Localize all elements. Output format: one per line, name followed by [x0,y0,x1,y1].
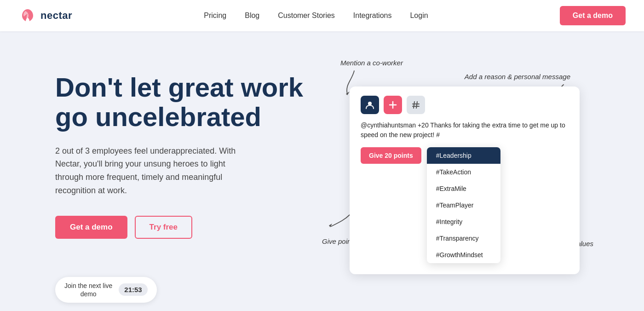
nav-link-customer-stories[interactable]: Customer Stories [278,12,335,19]
card-message: @cynthiahuntsman +20 Thanks for taking t… [361,121,569,140]
navbar: nectar Pricing Blog Customer Stories Int… [0,0,644,31]
nav-link-pricing[interactable]: Pricing [204,12,226,19]
svg-marker-0 [346,92,350,95]
nav-link-integrations[interactable]: Integrations [353,12,392,19]
hero-title: Don't let great work go uncelebrated [55,73,313,132]
hashtag-item[interactable]: #ExtraMile [427,180,500,197]
hero-get-demo-button[interactable]: Get a demo [55,216,127,239]
nav-link-blog[interactable]: Blog [245,12,259,19]
live-demo-timer: 21:53 [119,283,147,296]
hashtag-button[interactable] [407,96,425,114]
logo[interactable]: nectar [18,6,72,25]
hero-buttons: Get a demo Try free [55,216,313,239]
card-toolbar [361,96,569,114]
svg-point-2 [368,102,372,105]
give-points-button[interactable]: Give 20 points [361,147,421,164]
hero-section: Don't let great work go uncelebrated 2 o… [0,31,644,311]
logo-text: nectar [40,10,72,22]
svg-line-5 [414,102,414,108]
svg-marker-9 [329,224,332,227]
nav-get-demo-button[interactable]: Get a demo [560,6,626,25]
nav-link-login[interactable]: Login [410,12,428,19]
hashtag-item[interactable]: #Integrity [427,213,500,230]
hero-try-free-button[interactable]: Try free [135,216,192,239]
live-demo-label: Join the next live demo [64,282,112,298]
svg-line-6 [416,102,417,108]
add-button[interactable] [384,96,402,114]
nav-links: Pricing Blog Customer Stories Integratio… [204,12,428,20]
hero-right-mockup: Mention a co-worker Add a reason & perso… [313,59,598,311]
hashtag-dropdown: #Leadership#TakeAction#ExtraMile#TeamPla… [427,147,500,263]
hashtag-item[interactable]: #GrowthMindset [427,247,500,263]
hero-subtitle: 2 out of 3 employees feel underappreciat… [55,144,248,197]
hashtag-item[interactable]: #TakeAction [427,164,500,180]
hero-left: Don't let great work go uncelebrated 2 o… [55,59,313,239]
mention-coworker-button[interactable] [361,96,379,114]
hashtag-item[interactable]: #Leadership [427,147,500,164]
card-bottom: Give 20 points #Leadership#TakeAction#Ex… [361,147,569,263]
recognition-card: @cynthiahuntsman +20 Thanks for taking t… [350,86,580,274]
hashtag-item[interactable]: #Transparency [427,230,500,247]
live-demo-badge[interactable]: Join the next live demo 21:53 [55,277,157,303]
hashtag-item[interactable]: #TeamPlayer [427,197,500,213]
